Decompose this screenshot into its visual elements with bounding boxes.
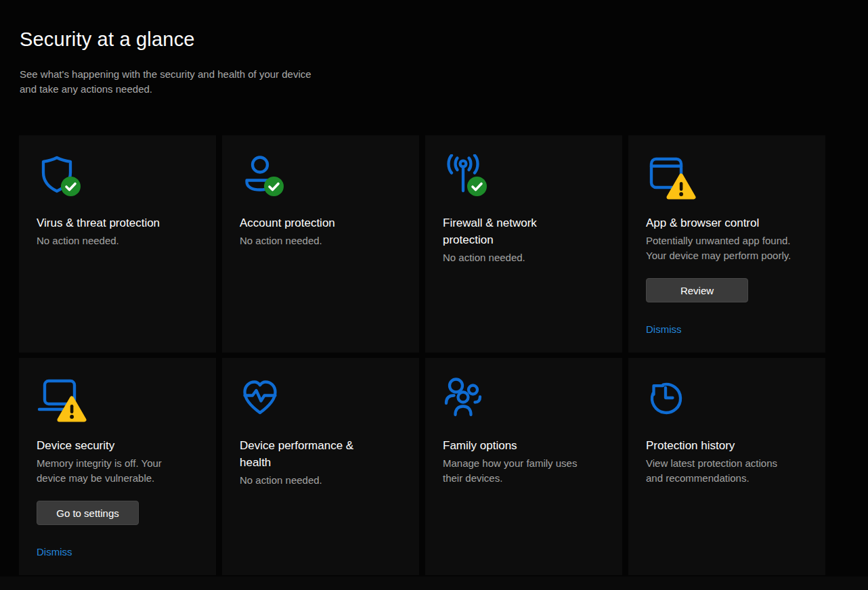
card-title: Account protection [240,214,402,231]
card-status-text: No action needed. [240,473,402,488]
status-ok-badge [467,177,487,196]
card-title: Family options [443,437,605,454]
app-window-icon [646,154,688,196]
network-antenna-icon [443,154,485,196]
card-title: Firewall & network protection [443,214,605,248]
card-title: Device security [37,437,198,454]
card-status-text: Memory integrity is off. Your device may… [37,456,198,486]
card-virus-threat-protection[interactable]: Virus & threat protection No action need… [19,135,216,353]
card-title: Device performance & health [240,437,402,471]
page-title: Security at a glance [20,28,195,51]
card-title: Protection history [646,437,808,454]
person-icon [240,154,282,196]
cards-grid: Virus & threat protection No action need… [19,135,825,575]
card-status-text: Manage how your family uses their device… [443,456,605,486]
security-at-a-glance-page: Security at a glance See what's happenin… [0,0,868,590]
history-clock-icon [646,377,688,419]
page-subtitle: See what's happening with the security a… [20,67,311,97]
status-ok-badge [264,177,284,196]
dismiss-link[interactable]: Dismiss [37,546,72,558]
card-status-text: Potentially unwanted app found. Your dev… [646,233,808,263]
status-warning-badge [57,396,87,423]
card-device-performance-health[interactable]: Device performance & health No action ne… [222,358,419,575]
go-to-settings-button[interactable]: Go to settings [37,501,139,525]
card-status-text: No action needed. [240,233,402,248]
card-status-text: No action needed. [443,250,605,265]
heart-pulse-icon [240,377,282,419]
card-status-text: No action needed. [37,233,198,248]
card-account-protection[interactable]: Account protection No action needed. [222,135,419,353]
card-title: App & browser control [646,214,808,231]
card-protection-history[interactable]: Protection history View latest protectio… [628,358,825,575]
card-firewall-network-protection[interactable]: Firewall & network protection No action … [425,135,622,353]
review-button[interactable]: Review [646,278,748,302]
bottom-strip [0,576,868,590]
status-warning-badge [666,173,696,200]
laptop-icon [37,377,79,419]
card-app-browser-control[interactable]: App & browser control Potentially unwant… [628,135,825,353]
card-family-options[interactable]: Family options Manage how your family us… [425,358,622,575]
status-ok-badge [61,177,81,196]
shield-icon [37,154,79,196]
family-icon [443,377,485,419]
card-status-text: View latest protection actions and recom… [646,456,808,486]
card-device-security[interactable]: Device security Memory integrity is off.… [19,358,216,575]
dismiss-link[interactable]: Dismiss [646,323,682,335]
card-title: Virus & threat protection [37,214,198,231]
